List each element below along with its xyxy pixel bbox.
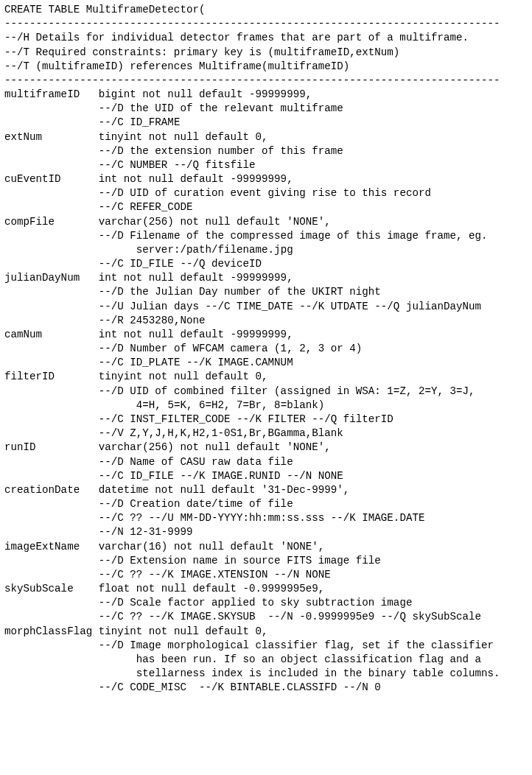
column-type: int not null default -99999999, bbox=[99, 271, 528, 285]
column-desc-line: --/D Creation date/time of file bbox=[4, 497, 528, 511]
column-desc-line: --/D Name of CASU raw data file bbox=[4, 455, 528, 469]
column-name-spacer bbox=[4, 186, 99, 200]
column-row: cuEventID int not null default -99999999… bbox=[4, 172, 528, 186]
column-desc-text: --/C INST_FILTER_CODE --/K FILTER --/Q f… bbox=[99, 413, 528, 427]
column-desc-text: --/C CODE_MISC --/K BINTABLE.CLASSIFD --… bbox=[99, 681, 528, 695]
column-name-spacer bbox=[4, 511, 99, 525]
column-name-spacer bbox=[4, 300, 99, 314]
column-desc-line: has been run. If so an object classifica… bbox=[4, 653, 528, 667]
column-name-spacer bbox=[4, 427, 99, 441]
column-type: int not null default -99999999, bbox=[99, 172, 528, 186]
column-type: varchar(256) not null default 'NONE', bbox=[99, 441, 528, 455]
column-desc-line: --/D the extension number of this frame bbox=[4, 144, 528, 158]
column-name-spacer bbox=[4, 385, 99, 399]
column-name: skySubScale bbox=[4, 582, 99, 596]
column-desc-line: 4=H, 5=K, 6=H2, 7=Br, 8=blank) bbox=[4, 399, 528, 413]
column-desc-line: --/C ID_FRAME bbox=[4, 116, 528, 130]
column-desc-text: --/C ?? --/K IMAGE.SKYSUB --/N -0.999999… bbox=[99, 610, 528, 624]
column-desc-text: --/C ID_FILE --/Q deviceID bbox=[99, 257, 528, 271]
column-desc-line: stellarness index is included in the bin… bbox=[4, 667, 528, 681]
column-name-spacer bbox=[4, 469, 99, 483]
column-desc-text: --/V Z,Y,J,H,K,H2,1-0S1,Br,BGamma,Blank bbox=[99, 427, 528, 441]
column-desc-line: server:/path/filename.jpg bbox=[4, 243, 528, 257]
create-table-line: CREATE TABLE MultiframeDetector( bbox=[4, 3, 528, 17]
column-desc-line: --/D the UID of the relevant multiframe bbox=[4, 102, 528, 116]
column-row: filterID tinyint not null default 0, bbox=[4, 370, 528, 384]
column-desc-line: --/V Z,Y,J,H,K,H2,1-0S1,Br,BGamma,Blank bbox=[4, 427, 528, 441]
column-desc-text: server:/path/filename.jpg bbox=[99, 243, 528, 257]
column-name-spacer bbox=[4, 257, 99, 271]
column-name-spacer bbox=[4, 610, 99, 624]
column-name-spacer bbox=[4, 102, 99, 116]
header-t2: --/T (multiframeID) references Multifram… bbox=[4, 60, 528, 74]
header-t1: --/T Required constraints: primary key i… bbox=[4, 46, 528, 60]
column-desc-line: --/C INST_FILTER_CODE --/K FILTER --/Q f… bbox=[4, 413, 528, 427]
column-desc-text: --/D Name of CASU raw data file bbox=[99, 455, 528, 469]
column-name-spacer bbox=[4, 144, 99, 158]
column-row: runID varchar(256) not null default 'NON… bbox=[4, 441, 528, 455]
column-desc-text: --/C ?? --/U MM-DD-YYYY:hh:mm:ss.sss --/… bbox=[99, 511, 528, 525]
column-desc-text: --/D UID of curation event giving rise t… bbox=[99, 186, 528, 200]
sql-schema-listing: CREATE TABLE MultiframeDetector( -------… bbox=[4, 3, 528, 695]
column-desc-text: --/N 12-31-9999 bbox=[99, 525, 528, 539]
column-desc-text: --/C ID_FRAME bbox=[99, 116, 528, 130]
column-name: multiframeID bbox=[4, 88, 99, 102]
column-name-spacer bbox=[4, 525, 99, 539]
column-desc-line: --/C ?? --/K IMAGE.XTENSION --/N NONE bbox=[4, 568, 528, 582]
column-desc-text: --/D the UID of the relevant multiframe bbox=[99, 102, 528, 116]
column-desc-line: --/R 2453280,None bbox=[4, 314, 528, 328]
column-name: extNum bbox=[4, 130, 99, 144]
column-desc-text: --/C REFER_CODE bbox=[99, 200, 528, 214]
column-desc-text: --/D Creation date/time of file bbox=[99, 497, 528, 511]
column-name: camNum bbox=[4, 328, 99, 342]
column-desc-text: --/C ?? --/K IMAGE.XTENSION --/N NONE bbox=[99, 568, 528, 582]
column-name: filterID bbox=[4, 370, 99, 384]
column-desc-text: --/D Filename of the compressed image of… bbox=[99, 229, 528, 243]
column-desc-line: --/D Number of WFCAM camera (1, 2, 3 or … bbox=[4, 342, 528, 356]
column-type: bigint not null default -99999999, bbox=[99, 88, 528, 102]
column-desc-line: --/C ID_FILE --/K IMAGE.RUNID --/N NONE bbox=[4, 469, 528, 483]
column-name-spacer bbox=[4, 639, 99, 653]
column-row: skySubScale float not null default -0.99… bbox=[4, 582, 528, 596]
column-desc-text: --/C ID_FILE --/K IMAGE.RUNID --/N NONE bbox=[99, 469, 528, 483]
column-row: imageExtName varchar(16) not null defaul… bbox=[4, 540, 528, 554]
column-desc-line: --/C ?? --/U MM-DD-YYYY:hh:mm:ss.sss --/… bbox=[4, 511, 528, 525]
column-type: varchar(16) not null default 'NONE', bbox=[99, 540, 528, 554]
column-desc-text: --/D the extension number of this frame bbox=[99, 144, 528, 158]
column-desc-line: --/N 12-31-9999 bbox=[4, 525, 528, 539]
column-desc-text: 4=H, 5=K, 6=H2, 7=Br, 8=blank) bbox=[99, 399, 528, 413]
column-row: multiframeID bigint not null default -99… bbox=[4, 88, 528, 102]
column-desc-line: --/C CODE_MISC --/K BINTABLE.CLASSIFD --… bbox=[4, 681, 528, 695]
column-name-spacer bbox=[4, 243, 99, 257]
column-type: datetime not null default '31-Dec-9999', bbox=[99, 483, 528, 497]
column-type: tinyint not null default 0, bbox=[99, 130, 528, 144]
column-name: compFile bbox=[4, 215, 99, 229]
column-desc-line: --/D Extension name in source FITS image… bbox=[4, 554, 528, 568]
column-desc-text: --/D Image morphological classifier flag… bbox=[99, 639, 528, 653]
column-desc-text: --/C ID_PLATE --/K IMAGE.CAMNUM bbox=[99, 356, 528, 370]
column-desc-line: --/D Filename of the compressed image of… bbox=[4, 229, 528, 243]
column-desc-line: --/D Image morphological classifier flag… bbox=[4, 639, 528, 653]
column-name-spacer bbox=[4, 116, 99, 130]
column-desc-line: --/D Scale factor applied to sky subtrac… bbox=[4, 596, 528, 610]
column-name-spacer bbox=[4, 413, 99, 427]
column-desc-text: --/D Number of WFCAM camera (1, 2, 3 or … bbox=[99, 342, 528, 356]
column-name-spacer bbox=[4, 497, 99, 511]
header-h: --/H Details for individual detector fra… bbox=[4, 31, 528, 45]
column-name: imageExtName bbox=[4, 540, 99, 554]
column-name-spacer bbox=[4, 568, 99, 582]
column-name-spacer bbox=[4, 399, 99, 413]
column-row: julianDayNum int not null default -99999… bbox=[4, 271, 528, 285]
column-desc-text: --/R 2453280,None bbox=[99, 314, 528, 328]
column-row: camNum int not null default -99999999, bbox=[4, 328, 528, 342]
column-desc-line: --/C ?? --/K IMAGE.SKYSUB --/N -0.999999… bbox=[4, 610, 528, 624]
column-name-spacer bbox=[4, 342, 99, 356]
column-type: float not null default -0.9999995e9, bbox=[99, 582, 528, 596]
column-name-spacer bbox=[4, 356, 99, 370]
column-desc-text: --/U Julian days --/C TIME_DATE --/K UTD… bbox=[99, 300, 528, 314]
column-name: julianDayNum bbox=[4, 271, 99, 285]
column-name-spacer bbox=[4, 200, 99, 214]
column-desc-text: stellarness index is included in the bin… bbox=[99, 667, 528, 681]
column-row: morphClassFlag tinyint not null default … bbox=[4, 625, 528, 639]
column-desc-text: has been run. If so an object classifica… bbox=[99, 653, 528, 667]
